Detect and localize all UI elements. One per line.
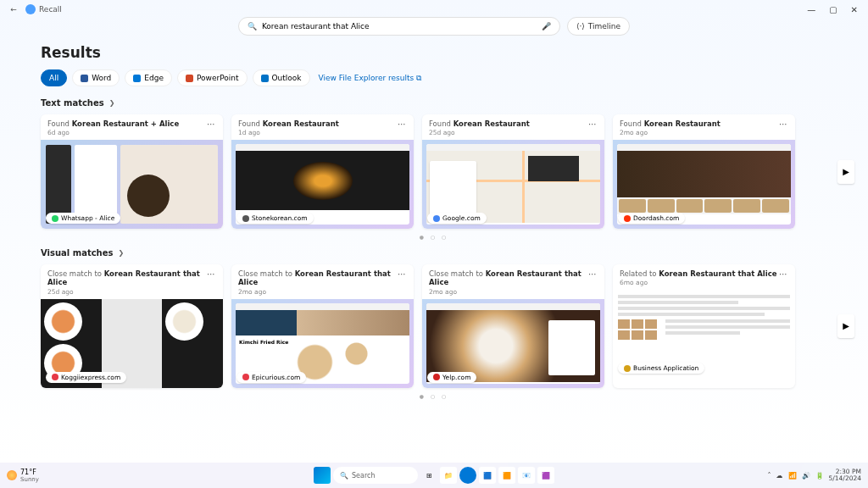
search-icon: 🔍 (248, 22, 257, 30)
card-thumbnail: Doordash.com (613, 140, 795, 229)
link-label: View File Explorer results (319, 74, 415, 82)
tray-icon[interactable]: ☁ (776, 472, 783, 480)
card-time: 2mo ago (238, 288, 398, 296)
pinned-app[interactable]: 📧 (518, 467, 535, 484)
source-label: Business Application (633, 364, 698, 372)
text-matches-row: Found Korean Restaurant + Alice 6d ago ⋯… (41, 114, 827, 229)
card-menu-button[interactable]: ⋯ (398, 119, 407, 129)
carousel-next-button[interactable]: ▶ (837, 160, 854, 184)
card-menu-button[interactable]: ⋯ (779, 269, 788, 279)
text-matches-header[interactable]: Text matches ❯ (41, 98, 827, 108)
source-icon (433, 374, 440, 380)
card-prefix: Found (238, 119, 263, 128)
carousel-next-button[interactable]: ▶ (837, 314, 854, 338)
visual-matches-header[interactable]: Visual matches ❯ (41, 248, 827, 258)
filter-edge[interactable]: Edge (125, 69, 172, 86)
file-explorer-link[interactable]: View File Explorer results⧉ (319, 74, 422, 83)
result-card[interactable]: Close match to Korean Restaurant that Al… (41, 264, 223, 387)
section-title: Visual matches (41, 248, 113, 258)
task-view-icon[interactable]: ⊞ (420, 467, 437, 484)
result-card[interactable]: Found Korean Restaurant 1d ago ⋯ Stoneko… (231, 114, 414, 229)
pinned-app[interactable]: 📁 (440, 467, 457, 484)
visual-matches-row: Close match to Korean Restaurant that Al… (41, 264, 827, 387)
tray-chevron-icon[interactable]: ˄ (768, 472, 771, 480)
battery-icon[interactable]: 🔋 (815, 472, 824, 480)
start-button[interactable] (314, 467, 331, 484)
pinned-app[interactable] (459, 467, 476, 484)
source-icon (242, 215, 249, 222)
back-button[interactable]: ← (7, 3, 20, 16)
result-card[interactable]: Found Korean Restaurant + Alice 6d ago ⋯… (41, 114, 223, 229)
sun-icon (7, 470, 17, 480)
card-prefix: Close match to (429, 269, 486, 278)
result-card[interactable]: Found Korean Restaurant 2mo ago ⋯ Doorda… (613, 114, 795, 229)
card-prefix: Found (429, 119, 453, 128)
app-icon (25, 4, 36, 14)
source-icon (52, 374, 58, 380)
wifi-icon[interactable]: 📶 (788, 472, 797, 480)
filter-outlook[interactable]: Outlook (253, 69, 310, 86)
taskbar-search[interactable]: 🔍Search (333, 467, 418, 484)
result-card[interactable]: Close match to Korean Restaurant that Al… (231, 264, 414, 387)
timeline-button[interactable]: ⟨·⟩ Timeline (567, 17, 630, 36)
card-menu-button[interactable]: ⋯ (207, 119, 216, 129)
result-card[interactable]: Related to Korean Restaurant that Alice … (613, 264, 795, 387)
section-title: Text matches (41, 98, 104, 108)
filter-powerpoint[interactable]: PowerPoint (177, 69, 248, 86)
card-prefix: Close match to (47, 269, 104, 278)
card-time: 6d ago (47, 129, 179, 136)
filter-label: Edge (144, 74, 164, 82)
card-menu-button[interactable]: ⋯ (207, 269, 216, 279)
maximize-button[interactable]: ▢ (829, 5, 837, 14)
chevron-right-icon: ❯ (109, 99, 115, 107)
weather-widget[interactable]: 71°F Sunny (7, 469, 39, 483)
mic-icon[interactable]: 🎤 (542, 22, 551, 30)
card-time: 2mo ago (429, 288, 588, 296)
source-label: Stonekorean.com (252, 214, 308, 222)
filter-word[interactable]: Word (72, 69, 120, 86)
card-time: 25d ago (47, 288, 207, 296)
source-icon (624, 365, 631, 372)
source-chip: Business Application (618, 363, 704, 374)
source-chip: Yelp.com (427, 372, 476, 383)
card-menu-button[interactable]: ⋯ (779, 119, 788, 129)
filter-label: Outlook (272, 74, 302, 82)
result-card[interactable]: Found Korean Restaurant 25d ago ⋯ Google… (422, 114, 604, 229)
source-chip: Stonekorean.com (236, 213, 314, 224)
outlook-icon (261, 75, 269, 82)
close-button[interactable]: ✕ (851, 5, 858, 14)
pinned-app[interactable]: 🟧 (498, 467, 515, 484)
result-card[interactable]: Close match to Korean Restaurant that Al… (422, 264, 604, 387)
powerpoint-icon (186, 75, 193, 82)
timeline-label: Timeline (588, 22, 620, 30)
card-menu-button[interactable]: ⋯ (588, 269, 598, 279)
filter-all[interactable]: All (41, 69, 67, 86)
timeline-icon: ⟨·⟩ (576, 22, 585, 30)
card-thumbnail: Yelp.com (422, 299, 604, 388)
card-menu-button[interactable]: ⋯ (398, 269, 407, 279)
pinned-app[interactable]: 🟪 (537, 467, 554, 484)
source-icon (433, 215, 440, 222)
chevron-right-icon: ❯ (118, 249, 124, 257)
external-icon: ⧉ (416, 74, 421, 83)
volume-icon[interactable]: 🔊 (802, 472, 810, 480)
clock[interactable]: 2:30 PM 5/14/2024 (829, 469, 861, 483)
card-title: Korean Restaurant (263, 119, 339, 128)
card-title: Korean Restaurant + Alice (72, 119, 180, 128)
search-bar[interactable]: 🔍 🎤 (238, 17, 560, 36)
pinned-app[interactable]: 🟦 (479, 467, 496, 484)
pagination-dots: ● ○ ○ (41, 393, 827, 399)
filter-label: PowerPoint (197, 74, 239, 82)
thumb-title: Kimchi Fried Rice (239, 339, 288, 345)
card-time: 6mo ago (620, 279, 777, 286)
card-thumbnail: Whatsapp - Alice (41, 140, 223, 229)
card-prefix: Related to (620, 269, 659, 278)
pagination-dots: ● ○ ○ (41, 234, 827, 240)
card-thumbnail: Business Application (613, 290, 795, 379)
minimize-button[interactable]: — (807, 5, 815, 14)
edge-icon (133, 75, 141, 82)
filter-row: All Word Edge PowerPoint Outlook View Fi… (41, 69, 827, 86)
card-prefix: Close match to (238, 269, 295, 278)
card-menu-button[interactable]: ⋯ (588, 119, 598, 129)
search-input[interactable] (262, 22, 537, 30)
